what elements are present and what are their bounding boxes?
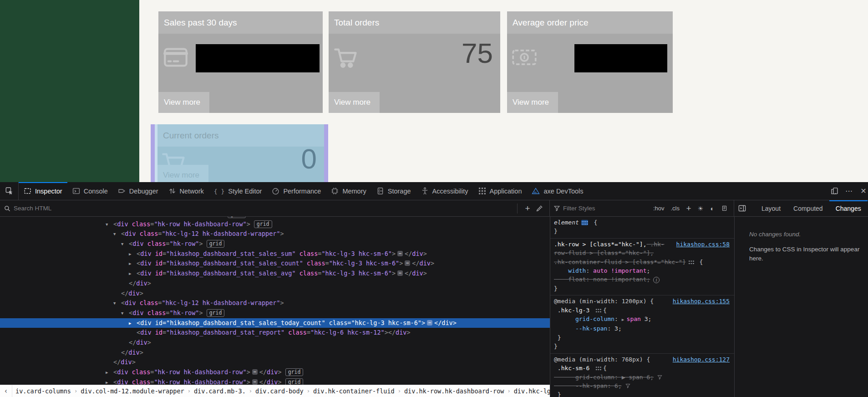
breadcrumb-item[interactable]: div.hk-container-fluid <box>310 387 398 395</box>
devtools-tab-style-editor[interactable]: { }Style Editor <box>209 182 267 200</box>
grid-badge[interactable]: grid <box>285 368 304 376</box>
collapsed-children-icon[interactable]: ⋯ <box>397 251 403 256</box>
grid-badge[interactable]: grid <box>254 220 272 228</box>
markup-line[interactable]: <div id="hikashop_dashboard_stat_report"… <box>0 328 550 338</box>
stylesheet-link[interactable]: hikashop.css:127 <box>673 356 730 363</box>
create-node-button[interactable]: + <box>522 204 533 213</box>
css-rule-line[interactable]: width: auto !important; <box>554 266 731 275</box>
css-rule-line[interactable]: } <box>554 227 731 235</box>
responsive-design-mode-icon[interactable] <box>827 182 842 200</box>
grid-highlighter-toggle-icon[interactable] <box>688 260 694 265</box>
eyedropper-icon[interactable] <box>533 205 545 212</box>
css-rule-line[interactable]: grid-column: ▶ span 6; <box>554 373 731 382</box>
devtools-tab-inspector[interactable]: Inspector <box>19 182 67 200</box>
markup-line-selected[interactable]: ▶<div id="hikashop_dashboard_stat_sales_… <box>0 318 550 328</box>
markup-line[interactable]: ▼<div class="hk-row">grid <box>0 308 550 318</box>
devtools-tab-memory[interactable]: Memory <box>326 182 371 200</box>
print-media-simulation-icon[interactable] <box>719 205 730 211</box>
pick-element-button[interactable] <box>0 182 19 200</box>
twisty-icon[interactable]: ▼ <box>121 309 129 319</box>
devtools-tab-network[interactable]: Network <box>163 182 209 200</box>
markup-line[interactable]: </div> <box>0 289 550 299</box>
view-more-button[interactable]: View more <box>329 92 380 113</box>
css-rule-line[interactable]: } <box>554 342 731 351</box>
twisty-icon[interactable]: ▶ <box>129 259 137 269</box>
light-mode-simulation-icon[interactable]: ☀ <box>695 205 706 212</box>
add-rule-button[interactable]: + <box>683 204 694 214</box>
collapsed-children-icon[interactable]: ⋯ <box>427 320 432 326</box>
twisty-icon[interactable]: ▶ <box>106 368 113 378</box>
grid-badge[interactable]: grid <box>207 309 225 317</box>
breadcrumb-item[interactable]: div.col-md-12.module-wrapper <box>77 387 188 395</box>
markup-line[interactable]: ▶<div id="hikashop_dashboard_stat_sales_… <box>0 269 550 279</box>
sidebar-tab-computed[interactable]: Computed <box>787 200 829 216</box>
close-icon[interactable]: ✕ <box>856 182 868 200</box>
grid-highlighter-toggle-icon-active[interactable] <box>581 220 588 225</box>
devtools-tab-performance[interactable]: Performance <box>267 182 326 200</box>
twisty-icon[interactable]: ▶ <box>129 319 137 329</box>
stylesheet-link[interactable]: hikashop.css:58 <box>676 241 730 248</box>
markup-line[interactable]: </div> <box>0 338 550 348</box>
view-more-button[interactable]: View more <box>507 92 558 113</box>
filter-styles-input[interactable]: Filter Styles <box>563 205 595 212</box>
css-rule-line[interactable]: --hk-span: 3; <box>554 324 731 333</box>
class-toggle-button[interactable]: .cls <box>668 205 683 212</box>
grid-highlighter-toggle-icon[interactable] <box>595 366 601 371</box>
sidebar-tab-changes[interactable]: Changes <box>829 200 868 216</box>
css-rule-line[interactable]: } <box>554 390 731 397</box>
devtools-tab-debugger[interactable]: Debugger <box>113 182 163 200</box>
breadcrumb-item[interactable]: div.hk-row.hk-dashboard-row <box>401 387 507 395</box>
markup-line[interactable]: ▶<div class="hk-row hk-dashboard-row">⋯<… <box>0 367 550 377</box>
css-rule-line[interactable]: .hkc-lg-3 { <box>554 306 731 315</box>
breadcrumb-scroll-left-icon[interactable]: ‹ <box>0 385 12 397</box>
pseudo-class-button[interactable]: :hov <box>650 205 667 212</box>
markup-line[interactable]: ▼<div class="hkc-lg-12 hk-dashboard-wrap… <box>0 298 550 308</box>
css-rule-line[interactable]: .hk-container-fluid > [class*="hkc-"] { <box>554 258 731 266</box>
devtools-tab-storage[interactable]: Storage <box>371 182 416 200</box>
grid-badge[interactable]: grid <box>207 240 225 248</box>
devtools-menu-icon[interactable]: ⋯ <box>842 182 856 200</box>
dark-mode-simulation-icon[interactable]: ◐ <box>707 205 718 212</box>
twisty-icon[interactable]: ▼ <box>98 217 106 220</box>
css-rule-line[interactable]: --hk-span: 6; <box>554 382 731 390</box>
collapsed-children-icon[interactable]: ⋯ <box>252 379 258 385</box>
markup-line[interactable]: ▶<div id="hikashop_dashboard_stat_sales_… <box>0 259 550 269</box>
twisty-icon[interactable]: ▼ <box>113 299 121 309</box>
collapsed-children-icon[interactable]: ⋯ <box>405 260 410 266</box>
css-rule-line[interactable]: float: none !important;i <box>554 275 731 284</box>
css-rule-line[interactable]: grid-column: ▶ span 3; <box>554 315 731 324</box>
devtools-tab-accessibility[interactable]: Accessibility <box>416 182 473 200</box>
devtools-tab-console[interactable]: Console <box>67 182 113 200</box>
collapsed-children-icon[interactable]: ⋯ <box>252 369 258 375</box>
collapsed-children-icon[interactable]: ⋯ <box>397 270 403 276</box>
devtools-tab-application[interactable]: Application <box>473 182 527 200</box>
devtools-tab-axe[interactable]: axaxe DevTools <box>527 182 588 200</box>
markup-line[interactable]: ▼<div class="hkc-lg-12 hk-dashboard-wrap… <box>0 229 550 239</box>
view-more-button[interactable]: View more <box>157 165 208 182</box>
markup-line[interactable]: ▼<div class="hk-row">grid <box>0 239 550 249</box>
breadcrumb-item[interactable]: iv.card-columns <box>12 387 74 395</box>
twisty-icon[interactable]: ▶ <box>129 249 137 260</box>
grid-highlighter-toggle-icon[interactable] <box>595 308 601 313</box>
twisty-icon[interactable]: ▼ <box>106 220 113 230</box>
search-input[interactable]: Search HTML <box>14 205 51 212</box>
twisty-icon[interactable]: ▼ <box>121 239 129 249</box>
view-more-button[interactable]: View more <box>158 92 209 113</box>
css-rule-line[interactable]: row-fluid > [class*="hkc-"], <box>554 249 731 257</box>
markup-line[interactable]: </div> <box>0 357 550 367</box>
markup-line[interactable]: </div> <box>0 279 550 289</box>
expand-sidebar-icon[interactable] <box>738 200 746 216</box>
inactive-css-info-icon[interactable]: i <box>653 277 660 283</box>
markup-line[interactable]: ▶<div id="hikashop_dashboard_stat_sales_… <box>0 249 550 259</box>
stylesheet-link[interactable]: hikashop.css:155 <box>673 298 730 305</box>
breadcrumb-item[interactable]: div.hkc-lg-12.hk-dash <box>511 387 550 395</box>
css-rule-line[interactable]: .hkc-sm-6 { <box>554 364 731 372</box>
css-rule-line[interactable]: } <box>554 284 731 293</box>
css-rule-line[interactable]: } <box>554 333 731 342</box>
sidebar-tab-layout[interactable]: Layout <box>755 200 787 216</box>
grid-badge[interactable]: grid <box>228 217 246 218</box>
twisty-icon[interactable]: ▶ <box>129 269 137 279</box>
breadcrumb-item[interactable]: div.card.mb-3. <box>191 387 249 395</box>
css-rule-line[interactable]: element { <box>554 218 731 227</box>
twisty-icon[interactable]: ▼ <box>113 229 121 239</box>
